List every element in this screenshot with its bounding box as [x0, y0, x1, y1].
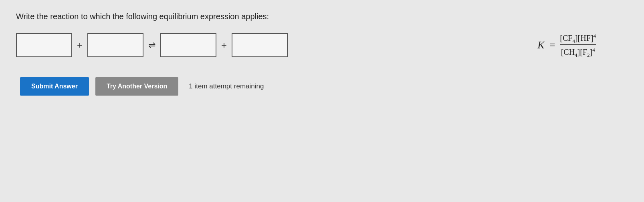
- try-another-version-button[interactable]: Try Another Version: [95, 77, 178, 96]
- fraction-numerator: [CF4][HF]4: [560, 34, 596, 45]
- reactant-1-input[interactable]: [16, 33, 72, 57]
- question-text: Write the reaction to which the followin…: [16, 12, 628, 21]
- fraction-denominator: [CH4][F2]4: [561, 46, 595, 57]
- buttons-area: Submit Answer Try Another Version 1 item…: [16, 77, 628, 96]
- main-content: + ⇌ + K = [CF4][HF]4 [CH4][F2]4: [16, 33, 628, 57]
- equation-area: + ⇌ +: [16, 33, 537, 57]
- submit-answer-button[interactable]: Submit Answer: [20, 77, 89, 96]
- page-container: Write the reaction to which the followin…: [16, 12, 628, 96]
- product-2-input[interactable]: [232, 33, 288, 57]
- equilibrium-expression: K = [CF4][HF]4 [CH4][F2]4: [537, 34, 596, 57]
- equals-sign: =: [549, 39, 555, 51]
- attempt-remaining-text: 1 item attempt remaining: [189, 82, 264, 90]
- k-label: K: [537, 39, 544, 51]
- product-1-input[interactable]: [160, 33, 216, 57]
- plus-operator-1: +: [72, 40, 87, 51]
- fraction: [CF4][HF]4 [CH4][F2]4: [560, 34, 596, 57]
- plus-operator-2: +: [216, 40, 232, 51]
- reactant-2-input[interactable]: [87, 33, 143, 57]
- equilibrium-arrow: ⇌: [143, 40, 160, 50]
